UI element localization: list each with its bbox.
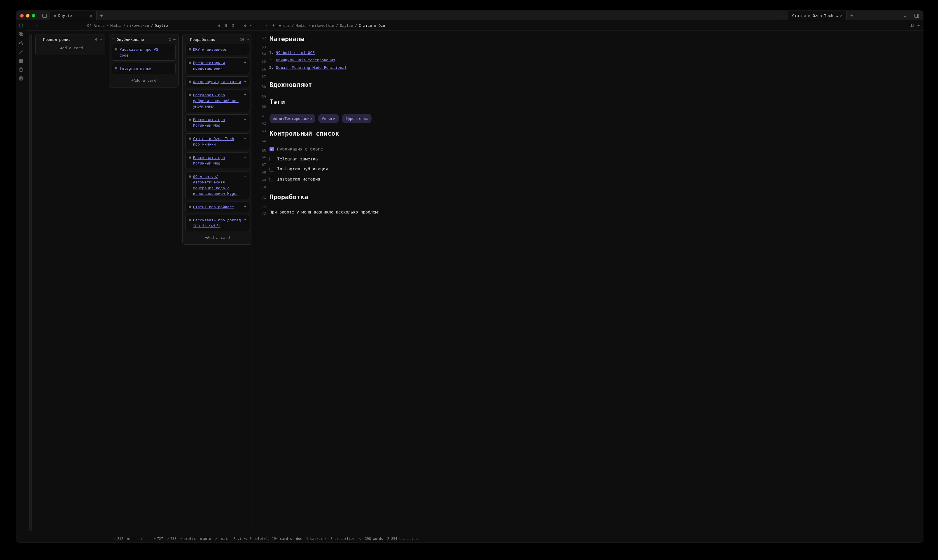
archive-icon[interactable]: 🗑 [224,23,228,28]
column-title: Проработано [190,37,215,42]
card-title[interactable]: Статья про рейкаст [193,204,241,210]
kanban-card[interactable]: ▦ Презентаторы и представления ⋯ [186,57,249,74]
notes-icon[interactable] [18,76,23,81]
card-title[interactable]: Статья в Ozon Tech про книжки [193,136,241,147]
card-type-icon: ▦ [189,137,191,140]
document-view[interactable]: 5253545556575859606162636465666768697071… [256,31,411,245]
more-icon[interactable]: ⋯ [250,23,252,28]
column-title: Превью релиз [43,37,71,42]
kanban-card[interactable]: ▦ Рассказать про доклад TDD in Swift ⋯ [186,215,249,231]
add-card-button[interactable]: +Add a card [186,234,249,242]
more-icon[interactable]: ⋯ [243,155,246,159]
card-type-icon: ▦ [189,218,191,222]
more-icon[interactable]: ⋯ [247,37,249,42]
card-title[interactable]: Рассказать про доклад TDD in Swift [193,217,241,229]
card-title[interactable]: 09 Archive/Автоматическая генерация кода… [193,174,241,197]
clipboard-icon[interactable] [18,68,23,72]
column-peek-left[interactable] [29,34,32,245]
card-type-icon: ▦ [189,174,191,178]
more-icon[interactable]: ⋯ [243,92,246,97]
nav-back-icon[interactable]: ← [260,23,262,28]
material-link[interactable]: Domain Modeling Made Functional [276,65,347,70]
document-content[interactable]: Материалы 99 bottles of OOPПринципы unit… [269,32,411,245]
kanban-board[interactable]: ⠿ Превью релиз 0 ⋯+Add a card⠿ Опубликов… [26,31,256,245]
more-icon[interactable]: ⋯ [243,79,246,83]
window-minimize-button[interactable] [26,14,29,17]
more-icon[interactable]: ⋯ [170,47,172,51]
drag-handle-icon[interactable]: ⠿ [38,38,41,42]
left-panel-toggle-icon[interactable] [42,14,47,18]
card-title[interactable]: Рассказать про Истинный Миф [193,117,241,128]
column-count: 0 [95,37,97,42]
more-icon[interactable]: ⋯ [243,204,246,209]
nav-forward-icon[interactable]: → [265,23,267,28]
checkbox[interactable] [269,177,274,182]
more-icon[interactable]: ⋯ [243,117,246,122]
tag-pill[interactable]: #юнитТестирование [269,114,315,123]
window-maximize-button[interactable] [32,14,35,17]
search-icon[interactable]: ⌕ [238,23,241,28]
kanban-card[interactable]: ▦ DRY и дизайнеры ⋯ [186,44,249,55]
svg-rect-10 [19,59,21,61]
card-type-icon: ▦ [189,61,191,65]
tag-pill[interactable]: #фронтенды [342,114,372,123]
drag-handle-icon[interactable]: ⠿ [112,38,114,42]
kanban-card[interactable]: ▦ Рассказать про фабрики значений по-умо… [186,89,249,112]
breadcrumb[interactable]: 04 Areas/ Media/ mikevetkin/ Daylie/ Ста… [272,23,385,28]
checkbox[interactable] [269,167,274,171]
more-icon[interactable]: ⋯ [243,60,246,65]
kanban-card[interactable]: ▦ Рассказать про Истинный Миф ⋯ [186,114,249,131]
checkbox[interactable]: ✓ [269,147,274,151]
more-icon[interactable]: ⋯ [173,37,175,42]
add-card-button[interactable]: +Add a card [112,77,175,84]
card-title[interactable]: Рассказать про фабрики значений по-умолч… [193,92,241,109]
calendar-icon[interactable] [18,23,23,28]
gear-icon[interactable]: ⚙ [244,23,246,28]
material-link[interactable]: Принципы unit-тестирования [276,58,335,62]
more-icon[interactable]: ⋯ [243,174,246,178]
more-icon[interactable]: ⋯ [243,217,246,222]
card-title[interactable]: Рассказать про VS Code [120,47,168,58]
card-title[interactable]: Telegram папки [120,66,168,71]
kanban-card[interactable]: ▦ 09 Archive/Автоматическая генерация ко… [186,171,249,199]
close-icon[interactable]: ✕ [90,14,92,18]
card-title[interactable]: Фотографии для статьи [193,79,241,85]
more-icon[interactable]: ⋯ [100,37,102,42]
kanban-card[interactable]: ▦ Статья про рейкаст ⋯ [186,202,249,212]
code-icon[interactable]: <% [18,40,23,46]
grid-icon[interactable] [18,58,23,63]
card-title[interactable]: DRY и дизайнеры [193,47,241,52]
add-icon[interactable]: ⊕ [218,23,220,28]
tag-pill[interactable]: #книги [318,114,339,123]
add-card-button[interactable]: +Add a card [38,44,102,52]
card-type-icon: ▦ [115,47,117,51]
cards-icon[interactable] [18,32,23,37]
checkbox[interactable] [269,157,274,161]
kanban-card[interactable]: ▦ Статья в Ozon Tech про книжки ⋯ [186,133,249,150]
nav-back-icon[interactable]: ← [29,23,32,28]
kanban-card[interactable]: ▦ Telegram папки ⋯ [112,63,175,74]
checklist-label: Публикация в блоге [277,145,323,153]
kanban-card[interactable]: ▦ Фотографии для статьи ⋯ [186,77,249,88]
card-title[interactable]: Презентаторы и представления [193,60,241,71]
add-tab-button[interactable]: + [97,13,106,18]
kanban-card[interactable]: ▦ Рассказать про Истинный Миф ⋯ [186,152,249,169]
document-icon[interactable]: 🗎 [231,23,235,28]
drag-handle-icon[interactable]: ⠿ [186,38,188,42]
more-icon[interactable]: ⋯ [170,66,172,70]
tab-daylie[interactable]: ▦ Daylie ✕ [50,11,97,20]
breadcrumb[interactable]: 04 Areas/ Media/ mikevetkin/ Daylie [87,23,168,28]
window-close-button[interactable] [20,14,24,17]
nav-forward-icon[interactable]: → [35,23,37,28]
column-title: Опубликовано [117,37,144,42]
material-link[interactable]: 99 bottles of OOP [276,51,315,55]
checklist-item: ✓ Публикация в блоге [269,144,411,154]
card-type-icon: ▦ [189,93,191,97]
more-icon[interactable]: ⋯ [243,47,246,51]
card-title[interactable]: Рассказать про Истинный Миф [193,155,241,166]
more-icon[interactable]: ⋯ [243,136,246,140]
kanban-card[interactable]: ▦ Рассказать про VS Code ⋯ [112,44,175,61]
svg-rect-4 [19,24,23,27]
wand-icon[interactable] [18,50,23,55]
svg-rect-12 [19,61,21,63]
